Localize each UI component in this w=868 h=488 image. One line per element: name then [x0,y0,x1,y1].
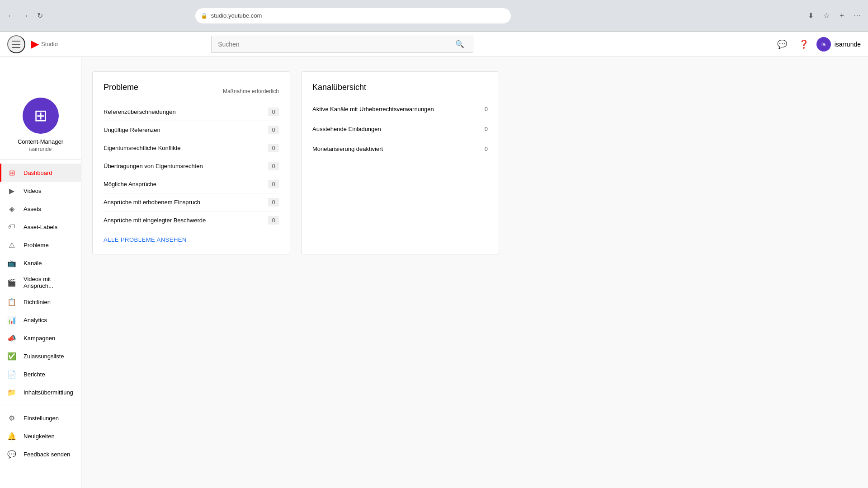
profile-avatar-icon: ⊞ [34,106,47,125]
sidebar-item-berichte[interactable]: 📄 Berichte [0,365,81,383]
topbar-right: 💬 ❓ ia isarrunde [773,35,861,53]
sidebar-profile: ⊞ Content-Manager isarrunde [0,89,81,160]
bookmark-button[interactable]: ☆ [820,9,833,22]
problem-label-2: Eigentumsrechtliche Konflikte [104,145,181,151]
kanal-label-2: Monetarisierung deaktiviert [312,145,383,152]
nav-label-neuigkeiten: Neuigkeiten [24,433,55,440]
kampagnen-icon: 📣 [7,334,16,343]
sidebar-item-einstellungen[interactable]: ⚙ Einstellungen [0,409,81,427]
problem-label-0: Referenzüberschneidungen [104,108,176,115]
sidebar-item-inhaltsuebermittlung[interactable]: 📁 Inhaltsübermittlung [0,383,81,401]
sidebar-item-feedback[interactable]: 💬 Feedback senden [0,445,81,463]
problem-label-4: Mögliche Ansprüche [104,181,156,188]
problems-column-label: Maßnahme erforderlich [223,88,279,94]
profile-username: isarrunde [29,146,52,152]
address-bar[interactable]: 🔒 studio.youtube.com [195,8,511,24]
nav-label-inhaltsuebermittlung: Inhaltsübermittlung [24,389,73,396]
browser-controls: ← → ↻ [5,9,46,22]
berichte-icon: 📄 [7,370,16,379]
search-button[interactable]: 🔍 [446,36,473,52]
alle-probleme-link[interactable]: ALLE PROBLEME ANSEHEN [104,236,187,243]
feedback-icon: 💬 [7,450,16,459]
menu-toggle[interactable] [7,35,25,53]
sidebar-item-dashboard[interactable]: ⊞ Dashboard [0,164,81,182]
problems-card-header: Probleme Maßnahme erforderlich [104,83,279,99]
app-container: ⊞ Content-Manager isarrunde ⊞ Dashboard … [0,32,868,488]
sidebar-item-assets[interactable]: ◈ Assets [0,200,81,218]
youtube-icon: ▶ [31,38,38,50]
url-text: studio.youtube.com [211,12,262,19]
kanal-count-1: 0 [485,126,488,132]
back-button[interactable]: ← [5,9,17,22]
kanaele-icon: 📺 [7,259,16,267]
problems-card-title: Probleme [104,83,138,92]
sidebar-item-videos-ansprueche[interactable]: 🎬 Videos mit Ansprüch... [0,272,81,293]
kanaluebersicht-title: Kanalübersicht [312,83,488,92]
problem-count-5: 0 [268,198,279,206]
content-grid: Probleme Maßnahme erforderlich Referenzü… [92,71,499,254]
avatar[interactable]: ia [816,37,831,52]
problem-row-uebertragungen: Übertragungen von Eigentumsrechten 0 [104,157,279,175]
sidebar: ⊞ Content-Manager isarrunde ⊞ Dashboard … [0,57,81,488]
problem-label-6: Ansprüche mit eingelegter Beschwerde [104,217,206,224]
kanal-row-einladungen: Ausstehende Einladungen 0 [312,119,488,139]
problem-label-3: Übertragungen von Eigentumsrechten [104,163,203,169]
problem-label-1: Ungültige Referenzen [104,127,160,133]
sidebar-item-videos[interactable]: ▶ Videos [0,182,81,200]
nav-label-dashboard: Dashboard [24,169,52,176]
kanal-row-monetarisierung: Monetarisierung deaktiviert 0 [312,139,488,159]
nav-label-videos: Videos [24,188,42,194]
search-bar[interactable]: 🔍 [211,36,473,53]
browser-right-controls: ⬇ ☆ ＋ ⋯ [805,9,863,22]
sidebar-item-zulassungsliste[interactable]: ✅ Zulassungsliste [0,347,81,365]
problem-count-2: 0 [268,144,279,152]
zulassungsliste-icon: ✅ [7,352,16,361]
more-button[interactable]: ⋯ [851,9,863,22]
kanal-row-urheberrecht: Aktive Kanäle mit Urheberrechtsverwarnun… [312,99,488,119]
nav-label-kampagnen: Kampagnen [24,335,55,342]
reload-button[interactable]: ↻ [33,9,46,22]
kanaluebersicht-card: Kanalübersicht Aktive Kanäle mit Urheber… [301,71,499,254]
dashboard-icon: ⊞ [7,169,16,177]
kanal-label-0: Aktive Kanäle mit Urheberrechtsverwarnun… [312,106,434,113]
sidebar-item-richtlinien[interactable]: 📋 Richtlinien [0,293,81,311]
profile-avatar: ⊞ [23,98,59,134]
kanal-count-0: 0 [485,106,488,113]
sidebar-item-analytics[interactable]: 📊 Analytics [0,311,81,329]
problem-count-4: 0 [268,180,279,188]
problem-count-0: 0 [268,108,279,116]
sidebar-item-asset-labels[interactable]: 🏷 Asset-Labels [0,218,81,236]
forward-button[interactable]: → [19,9,32,22]
sidebar-item-probleme[interactable]: ⚠ Probleme [0,236,81,254]
topbar-left: ▶ Studio [7,35,58,53]
nav-label-richtlinien: Richtlinien [24,299,51,305]
sidebar-nav: ⊞ Dashboard ▶ Videos ◈ Assets 🏷 Asset-La… [0,160,81,467]
new-tab-button[interactable]: ＋ [835,9,848,22]
avatar-name[interactable]: isarrunde [835,41,861,48]
browser-chrome: ← → ↻ 🔒 studio.youtube.com ⬇ ☆ ＋ ⋯ [0,0,868,32]
nav-label-probleme: Probleme [24,242,49,249]
sidebar-item-kampagnen[interactable]: 📣 Kampagnen [0,329,81,347]
help-button[interactable]: ❓ [795,35,813,53]
problem-row-eigentumsrechtliche: Eigentumsrechtliche Konflikte 0 [104,139,279,157]
nav-label-analytics: Analytics [24,317,47,324]
problem-row-ungueltige: Ungültige Referenzen 0 [104,121,279,139]
nav-label-berichte: Berichte [24,371,45,378]
richtlinien-icon: 📋 [7,298,16,306]
search-input[interactable] [212,41,446,48]
avatar-initials: ia [821,41,826,47]
nav-label-zulassungsliste: Zulassungsliste [24,353,64,360]
sidebar-item-neuigkeiten[interactable]: 🔔 Neuigkeiten [0,427,81,445]
asset-labels-icon: 🏷 [7,223,16,231]
nav-label-assets: Assets [24,206,41,212]
youtube-studio-logo[interactable]: ▶ Studio [31,38,58,50]
comments-button[interactable]: 💬 [773,35,791,53]
analytics-icon: 📊 [7,316,16,324]
problem-row-referenz: Referenzüberschneidungen 0 [104,103,279,121]
einstellungen-icon: ⚙ [7,414,16,422]
sidebar-item-kanaele[interactable]: 📺 Kanäle [0,254,81,272]
kanal-count-2: 0 [485,145,488,152]
download-button[interactable]: ⬇ [805,9,817,22]
probleme-icon: ⚠ [7,241,16,249]
problem-row-erhobenem: Ansprüche mit erhobenem Einspruch 0 [104,193,279,211]
